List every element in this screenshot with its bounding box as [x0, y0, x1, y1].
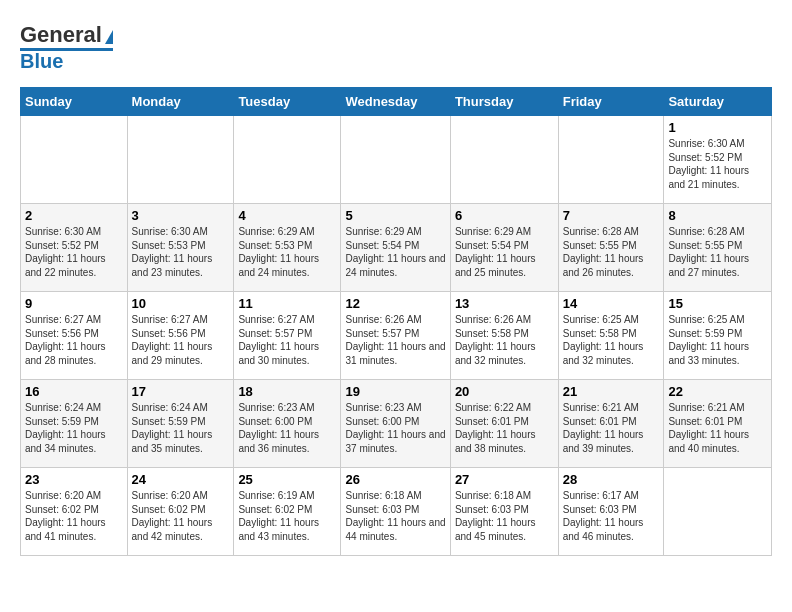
- day-info: Sunrise: 6:18 AM Sunset: 6:03 PM Dayligh…: [455, 489, 554, 543]
- calendar-cell-w1d5: 7Sunrise: 6:28 AM Sunset: 5:55 PM Daylig…: [558, 204, 664, 292]
- day-number: 17: [132, 384, 230, 399]
- calendar-cell-w0d2: [234, 116, 341, 204]
- logo-text: General: [20, 24, 113, 46]
- day-info: Sunrise: 6:25 AM Sunset: 5:59 PM Dayligh…: [668, 313, 767, 367]
- day-info: Sunrise: 6:18 AM Sunset: 6:03 PM Dayligh…: [345, 489, 445, 543]
- dow-header-sunday: Sunday: [21, 88, 128, 116]
- day-number: 1: [668, 120, 767, 135]
- day-info: Sunrise: 6:19 AM Sunset: 6:02 PM Dayligh…: [238, 489, 336, 543]
- calendar-cell-w0d0: [21, 116, 128, 204]
- day-number: 25: [238, 472, 336, 487]
- day-info: Sunrise: 6:29 AM Sunset: 5:54 PM Dayligh…: [345, 225, 445, 279]
- calendar-cell-w1d6: 8Sunrise: 6:28 AM Sunset: 5:55 PM Daylig…: [664, 204, 772, 292]
- calendar-cell-w1d4: 6Sunrise: 6:29 AM Sunset: 5:54 PM Daylig…: [450, 204, 558, 292]
- day-info: Sunrise: 6:27 AM Sunset: 5:56 PM Dayligh…: [25, 313, 123, 367]
- day-number: 26: [345, 472, 445, 487]
- day-info: Sunrise: 6:24 AM Sunset: 5:59 PM Dayligh…: [132, 401, 230, 455]
- calendar-table: SundayMondayTuesdayWednesdayThursdayFrid…: [20, 87, 772, 556]
- dow-header-thursday: Thursday: [450, 88, 558, 116]
- calendar-cell-w4d5: 28Sunrise: 6:17 AM Sunset: 6:03 PM Dayli…: [558, 468, 664, 556]
- calendar-cell-w0d3: [341, 116, 450, 204]
- calendar-cell-w3d1: 17Sunrise: 6:24 AM Sunset: 5:59 PM Dayli…: [127, 380, 234, 468]
- calendar-cell-w2d4: 13Sunrise: 6:26 AM Sunset: 5:58 PM Dayli…: [450, 292, 558, 380]
- calendar-cell-w3d4: 20Sunrise: 6:22 AM Sunset: 6:01 PM Dayli…: [450, 380, 558, 468]
- calendar-cell-w4d4: 27Sunrise: 6:18 AM Sunset: 6:03 PM Dayli…: [450, 468, 558, 556]
- calendar-cell-w0d6: 1Sunrise: 6:30 AM Sunset: 5:52 PM Daylig…: [664, 116, 772, 204]
- day-info: Sunrise: 6:25 AM Sunset: 5:58 PM Dayligh…: [563, 313, 660, 367]
- day-number: 16: [25, 384, 123, 399]
- day-number: 2: [25, 208, 123, 223]
- day-number: 9: [25, 296, 123, 311]
- day-number: 6: [455, 208, 554, 223]
- calendar-cell-w1d1: 3Sunrise: 6:30 AM Sunset: 5:53 PM Daylig…: [127, 204, 234, 292]
- day-number: 23: [25, 472, 123, 487]
- day-info: Sunrise: 6:24 AM Sunset: 5:59 PM Dayligh…: [25, 401, 123, 455]
- day-number: 14: [563, 296, 660, 311]
- day-info: Sunrise: 6:21 AM Sunset: 6:01 PM Dayligh…: [668, 401, 767, 455]
- day-info: Sunrise: 6:28 AM Sunset: 5:55 PM Dayligh…: [668, 225, 767, 279]
- calendar-cell-w3d2: 18Sunrise: 6:23 AM Sunset: 6:00 PM Dayli…: [234, 380, 341, 468]
- calendar-cell-w1d2: 4Sunrise: 6:29 AM Sunset: 5:53 PM Daylig…: [234, 204, 341, 292]
- day-info: Sunrise: 6:28 AM Sunset: 5:55 PM Dayligh…: [563, 225, 660, 279]
- day-number: 5: [345, 208, 445, 223]
- day-info: Sunrise: 6:23 AM Sunset: 6:00 PM Dayligh…: [345, 401, 445, 455]
- day-number: 18: [238, 384, 336, 399]
- day-info: Sunrise: 6:17 AM Sunset: 6:03 PM Dayligh…: [563, 489, 660, 543]
- day-number: 15: [668, 296, 767, 311]
- day-number: 13: [455, 296, 554, 311]
- calendar-cell-w1d3: 5Sunrise: 6:29 AM Sunset: 5:54 PM Daylig…: [341, 204, 450, 292]
- day-number: 4: [238, 208, 336, 223]
- calendar-cell-w4d6: [664, 468, 772, 556]
- day-info: Sunrise: 6:26 AM Sunset: 5:57 PM Dayligh…: [345, 313, 445, 367]
- header: General Blue: [20, 20, 772, 71]
- calendar-cell-w2d6: 15Sunrise: 6:25 AM Sunset: 5:59 PM Dayli…: [664, 292, 772, 380]
- day-info: Sunrise: 6:23 AM Sunset: 6:00 PM Dayligh…: [238, 401, 336, 455]
- day-number: 3: [132, 208, 230, 223]
- day-info: Sunrise: 6:29 AM Sunset: 5:54 PM Dayligh…: [455, 225, 554, 279]
- day-number: 21: [563, 384, 660, 399]
- day-info: Sunrise: 6:26 AM Sunset: 5:58 PM Dayligh…: [455, 313, 554, 367]
- calendar-cell-w2d0: 9Sunrise: 6:27 AM Sunset: 5:56 PM Daylig…: [21, 292, 128, 380]
- day-number: 28: [563, 472, 660, 487]
- day-number: 11: [238, 296, 336, 311]
- dow-header-monday: Monday: [127, 88, 234, 116]
- logo: General Blue: [20, 24, 113, 71]
- calendar-cell-w3d0: 16Sunrise: 6:24 AM Sunset: 5:59 PM Dayli…: [21, 380, 128, 468]
- calendar-cell-w1d0: 2Sunrise: 6:30 AM Sunset: 5:52 PM Daylig…: [21, 204, 128, 292]
- calendar-cell-w0d1: [127, 116, 234, 204]
- dow-header-wednesday: Wednesday: [341, 88, 450, 116]
- day-number: 19: [345, 384, 445, 399]
- day-number: 27: [455, 472, 554, 487]
- day-info: Sunrise: 6:27 AM Sunset: 5:57 PM Dayligh…: [238, 313, 336, 367]
- day-number: 8: [668, 208, 767, 223]
- calendar-cell-w3d5: 21Sunrise: 6:21 AM Sunset: 6:01 PM Dayli…: [558, 380, 664, 468]
- calendar-cell-w4d3: 26Sunrise: 6:18 AM Sunset: 6:03 PM Dayli…: [341, 468, 450, 556]
- calendar-cell-w3d6: 22Sunrise: 6:21 AM Sunset: 6:01 PM Dayli…: [664, 380, 772, 468]
- calendar-cell-w4d0: 23Sunrise: 6:20 AM Sunset: 6:02 PM Dayli…: [21, 468, 128, 556]
- day-number: 10: [132, 296, 230, 311]
- day-info: Sunrise: 6:27 AM Sunset: 5:56 PM Dayligh…: [132, 313, 230, 367]
- logo-blue: Blue: [20, 51, 63, 71]
- calendar-cell-w0d5: [558, 116, 664, 204]
- calendar-cell-w0d4: [450, 116, 558, 204]
- calendar-cell-w2d1: 10Sunrise: 6:27 AM Sunset: 5:56 PM Dayli…: [127, 292, 234, 380]
- calendar-cell-w4d2: 25Sunrise: 6:19 AM Sunset: 6:02 PM Dayli…: [234, 468, 341, 556]
- dow-header-saturday: Saturday: [664, 88, 772, 116]
- day-info: Sunrise: 6:20 AM Sunset: 6:02 PM Dayligh…: [25, 489, 123, 543]
- day-number: 20: [455, 384, 554, 399]
- day-info: Sunrise: 6:21 AM Sunset: 6:01 PM Dayligh…: [563, 401, 660, 455]
- calendar-cell-w2d3: 12Sunrise: 6:26 AM Sunset: 5:57 PM Dayli…: [341, 292, 450, 380]
- calendar-cell-w3d3: 19Sunrise: 6:23 AM Sunset: 6:00 PM Dayli…: [341, 380, 450, 468]
- day-info: Sunrise: 6:29 AM Sunset: 5:53 PM Dayligh…: [238, 225, 336, 279]
- calendar-cell-w2d5: 14Sunrise: 6:25 AM Sunset: 5:58 PM Dayli…: [558, 292, 664, 380]
- day-info: Sunrise: 6:20 AM Sunset: 6:02 PM Dayligh…: [132, 489, 230, 543]
- dow-header-friday: Friday: [558, 88, 664, 116]
- day-info: Sunrise: 6:22 AM Sunset: 6:01 PM Dayligh…: [455, 401, 554, 455]
- day-number: 12: [345, 296, 445, 311]
- day-number: 7: [563, 208, 660, 223]
- dow-header-tuesday: Tuesday: [234, 88, 341, 116]
- day-info: Sunrise: 6:30 AM Sunset: 5:52 PM Dayligh…: [25, 225, 123, 279]
- day-number: 22: [668, 384, 767, 399]
- day-info: Sunrise: 6:30 AM Sunset: 5:53 PM Dayligh…: [132, 225, 230, 279]
- day-number: 24: [132, 472, 230, 487]
